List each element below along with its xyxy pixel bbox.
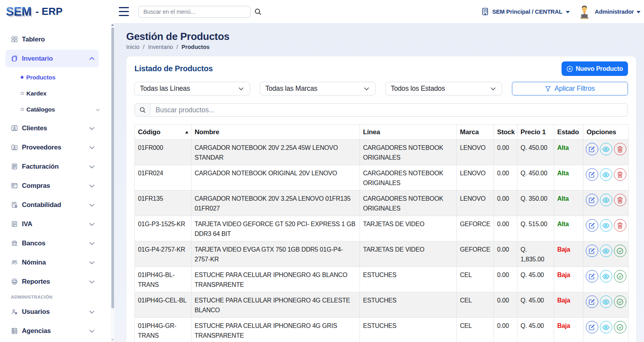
breadcrumb-item[interactable]: Inventario bbox=[148, 44, 173, 50]
view-button[interactable] bbox=[600, 194, 612, 206]
table-body: 01FR000 CARGADOR NOTEBOOK 20V 2.25A 45W … bbox=[135, 140, 629, 342]
hamburger-bar bbox=[119, 11, 129, 12]
sidebar-item-label: Compras bbox=[22, 182, 50, 190]
sidebar-item-contabilidad[interactable]: Contabilidad bbox=[5, 196, 99, 214]
edit-button[interactable] bbox=[586, 219, 598, 232]
chevron-down-icon bbox=[566, 11, 570, 13]
sidebar-item-agencias[interactable]: Agencias bbox=[5, 322, 99, 340]
products-table: CódigoNombreLíneaMarcaStockPrecio 1Estad… bbox=[134, 124, 629, 342]
edit-button[interactable] bbox=[586, 295, 598, 308]
column-header-linea[interactable]: Línea bbox=[360, 125, 457, 140]
sidebar-subitem-catalogos[interactable]: Catálogos bbox=[0, 101, 114, 117]
chevron-down-icon bbox=[89, 164, 95, 170]
table-row: 01FR000 CARGADOR NOTEBOOK 20V 2.25A 45W … bbox=[135, 140, 629, 165]
delete-button[interactable] bbox=[614, 194, 626, 206]
view-button[interactable] bbox=[600, 270, 612, 283]
edit-button[interactable] bbox=[586, 270, 598, 283]
edit-icon bbox=[589, 146, 595, 153]
sidebar-item-nomina[interactable]: Nómina bbox=[5, 254, 99, 271]
activate-button[interactable] bbox=[614, 295, 626, 308]
column-header-nombre[interactable]: Nombre bbox=[191, 125, 360, 140]
cell-nombre: ESTUCHE PARA CELULAR IPHONEGRO 4G BLANCO… bbox=[191, 267, 360, 292]
delete-button[interactable] bbox=[614, 143, 626, 155]
table-header: CódigoNombreLíneaMarcaStockPrecio 1Estad… bbox=[135, 125, 629, 140]
view-button[interactable] bbox=[600, 321, 612, 333]
view-button[interactable] bbox=[600, 295, 612, 308]
eye-icon bbox=[602, 299, 610, 305]
cell-estado: Alta bbox=[554, 140, 583, 165]
column-header-opciones[interactable]: Opciones bbox=[583, 125, 629, 140]
company-selector[interactable]: SEM Principal / CENTRAL bbox=[482, 8, 570, 15]
sidebar-item-bancos[interactable]: Bancos bbox=[5, 234, 99, 252]
chevron-down-icon bbox=[89, 125, 95, 131]
view-button[interactable] bbox=[600, 219, 612, 232]
column-header-label: Estado bbox=[557, 128, 579, 136]
estado-filter-value: Todos los Estados bbox=[391, 85, 445, 93]
scrollbar-thumb[interactable] bbox=[111, 27, 114, 308]
menu-search-input[interactable] bbox=[138, 6, 250, 18]
sidebar-item-clientes[interactable]: Clientes bbox=[5, 119, 99, 137]
view-button[interactable] bbox=[600, 168, 612, 181]
activate-button[interactable] bbox=[614, 245, 626, 257]
sidebar-subitem-productos[interactable]: Productos bbox=[0, 69, 114, 85]
hamburger-menu-icon[interactable] bbox=[119, 7, 129, 16]
chevron-down-icon bbox=[238, 87, 244, 90]
edit-button[interactable] bbox=[586, 143, 598, 155]
column-header-label: Precio 1 bbox=[521, 128, 546, 136]
column-header-estado[interactable]: Estado bbox=[554, 125, 583, 140]
apply-filters-button[interactable]: Aplicar Filtros bbox=[512, 82, 628, 95]
cell-stock: 0.00 bbox=[494, 292, 517, 318]
column-header-marca[interactable]: Marca bbox=[457, 125, 494, 140]
column-header-stock[interactable]: Stock bbox=[494, 125, 517, 140]
cell-opciones bbox=[583, 292, 629, 318]
sidebar-item-iva[interactable]: IVA bbox=[5, 215, 99, 233]
view-button[interactable] bbox=[600, 245, 612, 257]
sidebar: Tablero Inventario Productos Kardex Catá… bbox=[0, 23, 114, 342]
user-menu[interactable]: Administrador bbox=[595, 8, 640, 15]
trash-icon bbox=[617, 146, 623, 153]
edit-button[interactable] bbox=[586, 321, 598, 333]
delete-button[interactable] bbox=[614, 168, 626, 181]
estado-filter-select[interactable]: Todos los Estados bbox=[385, 82, 502, 95]
product-search-input[interactable] bbox=[150, 103, 628, 117]
sidebar-item-tablero[interactable]: Tablero bbox=[5, 31, 99, 48]
table-row: 01G-P4-2757-KR TARJETA VIDEO EVGA GTX 75… bbox=[135, 241, 629, 267]
cell-marca: CEL bbox=[457, 292, 494, 318]
trash-icon bbox=[617, 171, 623, 178]
cell-precio: Q. 450.00 bbox=[517, 140, 554, 165]
sidebar-item-compras[interactable]: Compras bbox=[5, 177, 99, 194]
sidebar-item-proveedores[interactable]: Proveedores bbox=[5, 139, 99, 156]
column-header-label: Nombre bbox=[195, 128, 219, 136]
edit-button[interactable] bbox=[586, 245, 598, 257]
activate-button[interactable] bbox=[614, 321, 626, 333]
search-icon bbox=[254, 8, 262, 16]
cell-estado: Alta bbox=[554, 191, 583, 216]
sidebar-item-inventario[interactable]: Inventario bbox=[5, 50, 99, 67]
product-search-addon bbox=[134, 103, 150, 117]
avatar[interactable] bbox=[578, 4, 590, 19]
column-header-precio-1[interactable]: Precio 1 bbox=[517, 125, 554, 140]
linea-filter-select[interactable]: Todas las Líneas bbox=[134, 82, 250, 95]
edit-button[interactable] bbox=[586, 194, 598, 206]
sidebar-item-usuarios[interactable]: Usuarios bbox=[5, 303, 99, 320]
sidebar-item-reportes[interactable]: Reportes bbox=[5, 273, 99, 290]
activate-button[interactable] bbox=[614, 270, 626, 283]
delete-button[interactable] bbox=[614, 219, 626, 232]
cell-nombre: CARGADOR NOTEBOOK 20V 3.25A LENOVO 01FR1… bbox=[191, 191, 360, 216]
menu-search-button[interactable] bbox=[254, 8, 262, 16]
sidebar-subitem-kardex[interactable]: Kardex bbox=[0, 85, 114, 101]
sort-ascending-icon bbox=[185, 131, 188, 133]
edit-button[interactable] bbox=[586, 168, 598, 181]
company-selector-label: SEM Principal / CENTRAL bbox=[492, 8, 562, 15]
sidebar-scrollbar[interactable] bbox=[111, 23, 114, 342]
edit-icon bbox=[589, 273, 595, 280]
breadcrumb-separator: / bbox=[143, 44, 145, 50]
column-header-codigo[interactable]: Código bbox=[135, 125, 191, 140]
view-button[interactable] bbox=[600, 143, 612, 155]
bullet-circle-icon bbox=[21, 92, 24, 95]
marca-filter-select[interactable]: Todas las Marcas bbox=[260, 82, 376, 95]
sidebar-item-label: IVA bbox=[22, 220, 32, 228]
new-product-button[interactable]: Nuevo Producto bbox=[562, 61, 628, 76]
breadcrumb-item[interactable]: Inicio bbox=[126, 44, 140, 50]
sidebar-item-facturacion[interactable]: Facturación bbox=[5, 158, 99, 175]
